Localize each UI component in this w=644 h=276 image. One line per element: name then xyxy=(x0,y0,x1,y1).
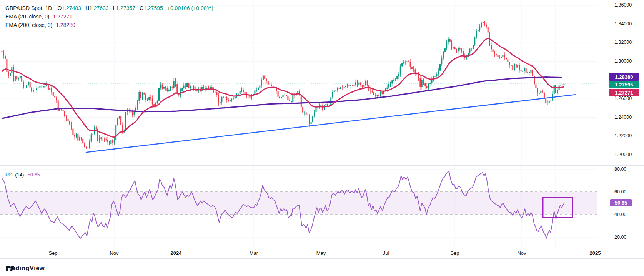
ema200-line[interactable] xyxy=(2,77,562,119)
candle-body xyxy=(64,111,65,116)
candle-body xyxy=(411,67,413,69)
ema20-legend-row[interactable]: EMA (20, close, 0) 1.27271 xyxy=(5,12,213,21)
candle-body xyxy=(36,88,37,90)
price-tick-label: 1.36000 xyxy=(614,2,632,8)
candle-body xyxy=(72,129,73,135)
candle-body xyxy=(367,81,368,85)
candle-body xyxy=(353,85,354,86)
candle-body xyxy=(92,134,93,135)
candle-body xyxy=(63,110,64,111)
candle-body xyxy=(263,75,264,80)
candle-body xyxy=(524,68,525,71)
candle-body xyxy=(79,137,80,140)
candle-body xyxy=(101,137,102,139)
candle-body xyxy=(41,86,42,86)
candle-body xyxy=(358,82,359,85)
candle-body xyxy=(408,62,409,62)
low-value: L1.27357 xyxy=(113,5,135,11)
candle-body xyxy=(484,22,485,25)
change-value: +0.00106 (+0.08%) xyxy=(167,5,213,11)
candle-body xyxy=(261,80,262,86)
rsi-band xyxy=(0,192,597,214)
candle-body xyxy=(459,48,461,50)
candle-body xyxy=(30,82,31,88)
candle-body xyxy=(91,135,92,142)
candle-body xyxy=(266,79,267,81)
candle-body xyxy=(423,80,424,83)
candle-body xyxy=(458,48,459,51)
candle-body xyxy=(446,42,447,48)
candle-body xyxy=(562,85,563,85)
candle-body xyxy=(304,113,305,113)
candle-body xyxy=(109,142,110,144)
candle-body xyxy=(238,94,239,95)
candle-body xyxy=(226,97,227,100)
candle-body xyxy=(264,75,265,79)
candle-body xyxy=(143,93,145,95)
tradingview-attribution[interactable]: TradingView xyxy=(5,263,45,273)
candle-body xyxy=(476,31,477,37)
ema200-value: 1.28280 xyxy=(56,22,75,28)
candle-body xyxy=(509,62,510,65)
candle-body xyxy=(191,86,193,86)
candle-body xyxy=(398,74,399,76)
rsi-tick-label: 60.00 xyxy=(614,189,626,195)
time-axis-label: 2024 xyxy=(171,248,182,258)
candle-body xyxy=(20,76,21,78)
candle-body xyxy=(145,95,146,100)
candle-body xyxy=(517,65,518,67)
candle-body xyxy=(428,84,429,88)
candle-body xyxy=(163,87,165,89)
rsi-pane-canvas[interactable] xyxy=(0,166,597,248)
candle-body xyxy=(516,64,517,68)
candle-body xyxy=(344,87,345,88)
candle-body xyxy=(170,87,171,90)
candle-body xyxy=(23,82,24,88)
candle-body xyxy=(287,96,288,100)
candle-body xyxy=(306,113,307,115)
ema20-line[interactable] xyxy=(2,38,564,137)
candle-body xyxy=(254,90,255,94)
price-axis-scale[interactable]: 1.360001.340001.320001.300001.260001.240… xyxy=(597,0,644,258)
time-axis[interactable]: SepNov2024MarMayJulSepNov2025 xyxy=(0,248,597,258)
symbol-legend-row[interactable]: GBP/USD Spot, 1D O1.27483 H1.27633 L1.27… xyxy=(5,4,213,12)
candle-body xyxy=(352,85,353,86)
candle-body xyxy=(240,91,241,94)
candle-body xyxy=(258,88,259,90)
candle-body xyxy=(117,118,118,125)
candle-body xyxy=(18,78,19,80)
candle-body xyxy=(540,91,541,93)
candle-body xyxy=(388,84,389,87)
candle-body xyxy=(314,112,315,116)
candle-body xyxy=(15,76,16,81)
candle-body xyxy=(555,85,556,93)
candle-body xyxy=(413,69,414,69)
candle-body xyxy=(501,57,502,58)
candle-body xyxy=(289,100,290,101)
time-axis-label: Sep xyxy=(48,248,57,258)
candle-body xyxy=(185,86,186,87)
tradingview-chart: SepNov2024MarMayJulSepNov2025 1.360001.3… xyxy=(0,0,644,276)
candle-body xyxy=(286,95,287,96)
close-value: C1.27595 xyxy=(140,5,163,11)
candle-body xyxy=(175,81,176,84)
candle-body xyxy=(251,96,252,98)
candle-body xyxy=(273,86,274,87)
candle-body xyxy=(527,72,528,73)
candle-body xyxy=(99,137,100,141)
ema200-legend-row[interactable]: EMA (200, close, 0) 1.28280 xyxy=(5,21,213,29)
candle-body xyxy=(396,76,398,79)
candle-body xyxy=(507,59,508,62)
candle-body xyxy=(248,96,249,96)
candle-body xyxy=(205,88,206,89)
rsi-legend-row[interactable]: RSI (14) 50.65 xyxy=(5,170,40,179)
candle-body xyxy=(307,115,308,115)
candle-body xyxy=(162,85,163,89)
candle-body xyxy=(122,125,123,132)
candle-body xyxy=(511,65,512,66)
candle-body xyxy=(173,81,175,88)
candle-body xyxy=(380,92,381,96)
pane-separator[interactable] xyxy=(0,165,644,166)
price-tick-label: 1.26000 xyxy=(614,96,632,101)
candle-body xyxy=(347,85,348,86)
